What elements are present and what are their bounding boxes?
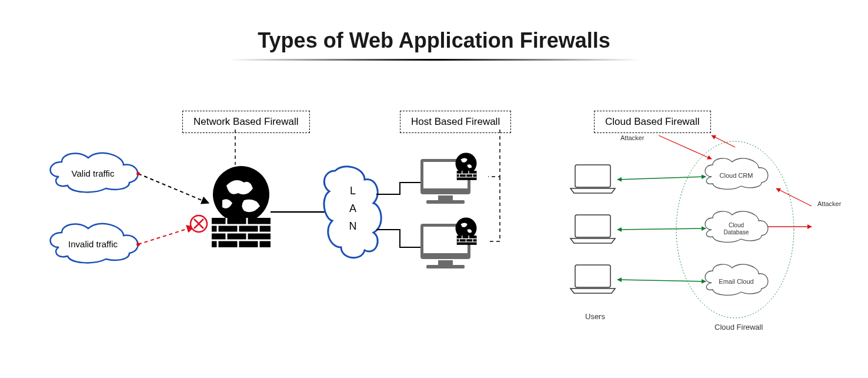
svg-point-2 [136,172,140,175]
cloud-crm: Cloud CRM [705,158,768,189]
svg-rect-52 [575,215,610,237]
user-laptop-2 [570,215,615,243]
svg-text:Cloud: Cloud [729,222,744,228]
host-computer-1 [420,153,477,204]
cloud-database: Cloud Database [705,211,768,242]
svg-rect-41 [426,265,465,268]
svg-rect-53 [575,265,610,287]
user-laptop-1 [570,165,615,193]
lan-cloud: L A N [324,167,381,258]
svg-line-60 [617,280,706,281]
svg-line-64 [776,188,812,206]
attacker-top-label: Attacker [620,134,644,141]
valid-traffic-label: Valid traffic [72,168,115,178]
user-laptop-3 [570,265,615,293]
invalid-traffic-label: Invalid traffic [68,239,118,249]
svg-text:L: L [350,185,356,197]
cloud-firewall-label: Cloud Firewall [715,323,763,331]
svg-line-1 [138,174,209,203]
svg-line-62 [712,135,735,147]
users-label: Users [585,312,605,321]
invalid-traffic-cloud: Invalid traffic [51,224,138,263]
svg-point-4 [136,243,140,246]
svg-line-3 [138,227,194,244]
host-computer-2 [420,218,477,269]
svg-rect-51 [575,165,610,187]
svg-line-59 [617,228,706,230]
svg-line-58 [617,177,706,180]
svg-point-6 [213,166,269,223]
attacker-right-label: Attacker [817,200,841,207]
svg-text:A: A [349,203,356,214]
page-title: Types of Web Application Firewalls [0,28,868,53]
cloud-firewall-diagram: Cloud CRM Cloud Database Email Cloud [565,130,847,377]
cloud-email: Email Cloud [705,264,768,295]
svg-rect-27 [438,195,453,200]
svg-text:Cloud CRM: Cloud CRM [720,172,753,179]
svg-rect-40 [438,260,453,265]
svg-line-61 [659,135,712,159]
svg-text:N: N [349,220,357,232]
valid-traffic-cloud: Valid traffic [51,153,138,193]
svg-text:Database: Database [724,229,749,236]
globe-firewall-icon [212,166,271,247]
blocked-icon [191,215,207,232]
svg-text:Email Cloud: Email Cloud [719,278,753,285]
svg-rect-28 [426,200,465,204]
network-host-diagram: Valid traffic Invalid traffic [35,130,565,377]
title-underline [228,59,640,61]
